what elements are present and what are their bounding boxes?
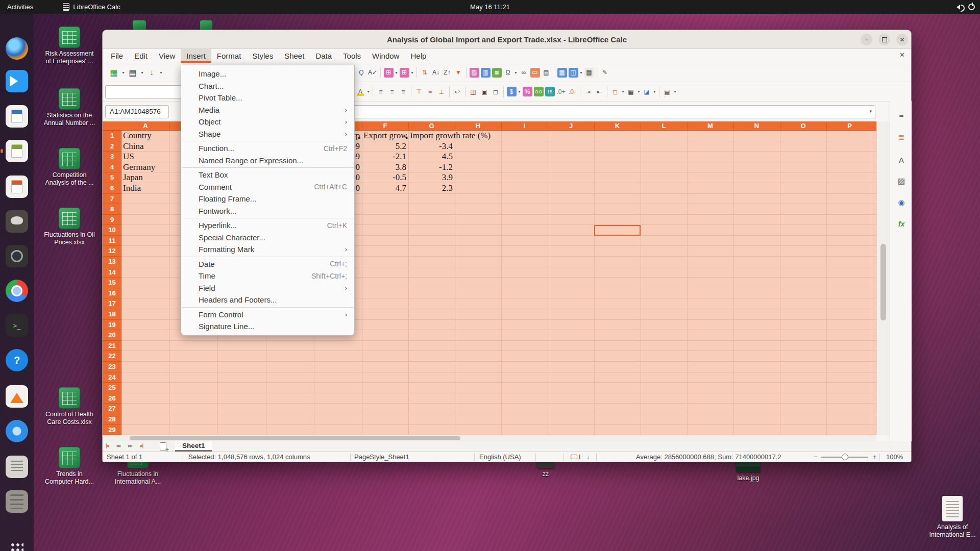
power-icon[interactable]: [968, 4, 975, 10]
menu-data[interactable]: Data: [310, 49, 337, 63]
menu-file[interactable]: File: [105, 49, 129, 63]
open-file-dropdown-icon[interactable]: ▾: [140, 70, 144, 75]
volume-icon[interactable]: [954, 5, 960, 10]
align-center-icon[interactable]: ≡: [387, 87, 397, 96]
activities-button[interactable]: Activities: [7, 3, 33, 11]
column-header-a[interactable]: A: [121, 121, 169, 131]
highlighting-color-dropdown-icon[interactable]: ▾: [366, 89, 371, 94]
cell-cursor-k10[interactable]: [594, 225, 641, 236]
sheet-tab-sheet1[interactable]: Sheet1: [175, 441, 212, 452]
row-header-22[interactable]: 22: [103, 351, 121, 362]
insert-image-icon[interactable]: ▨: [470, 68, 479, 78]
last-sheet-button[interactable]: ▸|: [140, 442, 142, 449]
cell-g5[interactable]: 3.9: [408, 172, 455, 183]
border-color-icon[interactable]: ◪: [642, 87, 652, 96]
expand-formula-bar-icon[interactable]: ▾: [869, 109, 872, 114]
special-character-dropdown-icon[interactable]: ▾: [513, 70, 518, 75]
competition-analysis-xlsx[interactable]: CompetitionAnalysis of the ...: [31, 148, 108, 187]
align-top-icon[interactable]: ⊤: [414, 87, 424, 96]
vscode-icon[interactable]: [5, 69, 29, 93]
sidebar-settings-icon[interactable]: ≡: [895, 108, 908, 121]
sort-descending-icon[interactable]: Z↑: [443, 68, 452, 78]
status-sheet-info[interactable]: Sheet 1 of 1: [107, 453, 142, 461]
navigator-deck-icon[interactable]: ◉: [895, 196, 908, 209]
text-editor-icon[interactable]: [5, 455, 29, 479]
menu-help[interactable]: Help: [405, 49, 432, 63]
row-header-24[interactable]: 24: [103, 372, 121, 383]
wrap-text-icon[interactable]: ↩: [453, 87, 462, 96]
menu-item-shape[interactable]: Shape›: [181, 128, 354, 140]
column-header-k[interactable]: K: [594, 121, 641, 131]
row-header-27[interactable]: 27: [103, 404, 121, 414]
cell-a3[interactable]: US: [121, 152, 169, 162]
headers-and-footers-icon[interactable]: ▤: [542, 68, 551, 78]
merge-and-center-icon[interactable]: ◫: [469, 87, 478, 96]
menu-item-formatting-mark[interactable]: Formatting Mark›: [181, 243, 354, 256]
column-header-h[interactable]: H: [455, 121, 501, 131]
merge-cells-icon[interactable]: ▣: [480, 87, 489, 96]
increase-indent-icon[interactable]: ⇥: [583, 87, 593, 96]
menu-item-function[interactable]: Function...Ctrl+F2: [181, 142, 354, 155]
gallery-deck-icon[interactable]: ▨: [895, 174, 908, 188]
terminal-icon[interactable]: [5, 313, 29, 338]
menu-window[interactable]: Window: [366, 49, 405, 63]
menu-item-chart[interactable]: Chart...: [181, 80, 354, 92]
insert-mode-icon[interactable]: I: [571, 453, 581, 461]
row-header-2[interactable]: 2: [103, 141, 121, 152]
row-header-3[interactable]: 3: [103, 152, 121, 162]
row-header-25[interactable]: 25: [103, 383, 121, 393]
status-selection-info[interactable]: Selected: 1,048,576 rows, 1,024 columns: [188, 453, 310, 461]
status-language[interactable]: English (USA): [479, 453, 521, 461]
decrease-indent-icon[interactable]: ⇤: [595, 87, 604, 96]
first-sheet-button[interactable]: |◂: [106, 442, 108, 449]
libreoffice-calc-icon[interactable]: [5, 139, 29, 163]
close-button[interactable]: ✕: [896, 34, 908, 45]
previous-sheet-button[interactable]: ◂◂: [116, 442, 119, 449]
menu-tools[interactable]: Tools: [337, 49, 366, 63]
menu-item-fontwork[interactable]: Fontwork...: [181, 205, 354, 217]
unmerge-cells-icon[interactable]: ◻: [491, 87, 501, 96]
cell-f6[interactable]: 4.7: [362, 183, 408, 194]
libreoffice-writer-icon[interactable]: [5, 104, 29, 129]
align-left-icon[interactable]: ≡: [376, 87, 386, 96]
row-header-16[interactable]: 16: [103, 288, 121, 299]
find-and-replace-icon[interactable]: Ϙ: [357, 68, 366, 78]
cell-f1[interactable]: Export grow▸: [362, 131, 408, 141]
minimize-button[interactable]: −: [861, 34, 872, 45]
cell-g6[interactable]: 2.3: [408, 183, 455, 194]
menu-item-media[interactable]: Media›: [181, 104, 354, 116]
row-header-18[interactable]: 18: [103, 309, 121, 320]
special-character-icon[interactable]: Ω: [503, 68, 513, 78]
column-header-o[interactable]: O: [780, 121, 826, 131]
column-header-j[interactable]: J: [548, 121, 594, 131]
row-header-15[interactable]: 15: [103, 278, 121, 288]
analysis-international-doc[interactable]: Analysis ofInternational E...: [914, 496, 980, 539]
menu-item-text-box[interactable]: Text Box: [181, 169, 354, 181]
column-header-g[interactable]: G: [408, 121, 455, 131]
row-header-19[interactable]: 19: [103, 320, 121, 331]
cell-g1[interactable]: Import growth rate (%): [408, 131, 455, 141]
row-header-20[interactable]: 20: [103, 330, 121, 341]
number-format-icon[interactable]: 0.0: [534, 87, 544, 96]
app-grid-icon[interactable]: [5, 537, 29, 551]
zoom-in-button[interactable]: +: [873, 453, 877, 461]
insert-rows-icon[interactable]: ⊞: [384, 68, 394, 78]
row-header-9[interactable]: 9: [103, 215, 121, 226]
libreoffice-impress-icon[interactable]: [5, 174, 29, 199]
clock[interactable]: May 16 11:21: [0, 3, 980, 11]
cell-g2[interactable]: -3.4: [408, 141, 455, 152]
toggle-grid-lines-icon[interactable]: ▦: [584, 68, 594, 78]
zoom-slider-handle[interactable]: [842, 454, 848, 460]
gimp-icon[interactable]: [5, 209, 29, 234]
vlc-icon[interactable]: [5, 384, 29, 409]
styles-deck-icon[interactable]: A: [895, 153, 908, 166]
fluctuations-oil-xlsx[interactable]: Fluctuations in OilPrices.xlsx: [31, 208, 108, 246]
currency-format-dropdown-icon[interactable]: ▾: [517, 89, 522, 94]
cell-f2[interactable]: 5.2: [362, 141, 408, 152]
cell-f3[interactable]: -2.1: [362, 152, 408, 162]
statistics-annual-xlsx[interactable]: Statistics on theAnnual Number ...: [31, 88, 108, 127]
insert-hyperlink-icon[interactable]: ∞: [519, 68, 529, 78]
column-header-n[interactable]: N: [733, 121, 780, 131]
row-header-21[interactable]: 21: [103, 341, 121, 352]
cell-f4[interactable]: 3.8: [362, 162, 408, 173]
